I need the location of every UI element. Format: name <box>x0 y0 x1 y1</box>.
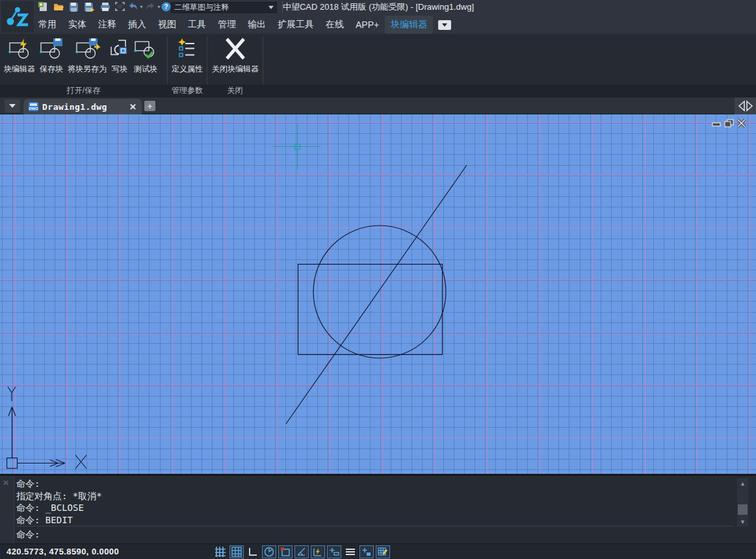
command-panel-gutter: ✕ <box>0 476 14 543</box>
overflow-arrow-icon <box>442 23 447 27</box>
ribbon-tab-1[interactable]: 实体 <box>62 16 92 34</box>
command-history-line: 命令: _BCLOSE <box>16 502 731 514</box>
ribbon-tab-11[interactable]: 块编辑器 <box>385 16 433 34</box>
workspace-dropdown-value: 二维草图与注释 <box>174 3 229 12</box>
ribbon-tab-6[interactable]: 管理 <box>212 16 242 34</box>
document-tab[interactable]: DWG Drawing1.dwg ✕ <box>23 99 142 114</box>
tab-scroll-arrows-icon <box>737 100 754 112</box>
ribbon-tab-overflow-button[interactable] <box>438 20 451 30</box>
scroll-up-icon[interactable]: ▲ <box>737 478 748 488</box>
command-history-line: 命令: <box>16 478 731 490</box>
command-close-icon[interactable]: ✕ <box>3 478 9 488</box>
close-block-editor-icon <box>208 35 263 62</box>
svg-text:?: ? <box>164 3 168 10</box>
drawing-canvas[interactable] <box>0 114 756 476</box>
viewport-window-controls[interactable] <box>712 120 745 127</box>
entity-circle[interactable] <box>313 226 446 358</box>
open-file-icon[interactable] <box>53 2 64 12</box>
ribbon-button-block-editor[interactable]: 块编辑器 <box>1 35 38 75</box>
document-tab-label: Drawing1.dwg <box>42 102 107 112</box>
ribbon-tab-5[interactable]: 工具 <box>182 16 212 34</box>
title-bar: ▼ ▼ ? 二维草图与注释 中望CAD 2018 试用版 (功能受限) - [D… <box>0 0 756 34</box>
command-history-line: 命令: BEDIT <box>16 514 731 526</box>
polar-toggle-icon[interactable] <box>262 545 276 558</box>
save-block-as-icon <box>65 35 109 62</box>
command-input[interactable]: 命令: <box>16 528 40 541</box>
grid-lines <box>0 114 756 474</box>
command-line-panel: ✕ 命令:指定对角点: *取消*命令: _BCLOSE命令: BEDIT 命令:… <box>0 476 756 543</box>
new-file-icon[interactable] <box>38 2 49 12</box>
save-icon[interactable] <box>69 2 80 12</box>
status-toggles <box>213 545 390 559</box>
scroll-thumb[interactable] <box>738 504 748 515</box>
ribbon-tab-2[interactable]: 注释 <box>92 16 122 34</box>
document-tab-bar: DWG Drawing1.dwg ✕ + <box>0 98 756 114</box>
ribbon-button-test-block[interactable]: 测试块 <box>130 35 161 75</box>
ribbon-tab-10[interactable]: APP+ <box>350 16 385 33</box>
ribbon-group-open-save: 打开/保存 <box>0 84 167 98</box>
ribbon-button-label: 保存块 <box>38 64 65 75</box>
ribbon-button-label: 将块另存为 <box>65 64 109 75</box>
ribbon-button-label: 写块 <box>109 64 130 75</box>
undo-icon[interactable] <box>127 2 138 12</box>
ribbon-button-save-block[interactable]: 保存块 <box>38 35 65 75</box>
save-as-icon[interactable] <box>84 2 95 12</box>
preview-icon[interactable] <box>115 2 126 12</box>
ribbon-button-label: 块编辑器 <box>1 64 38 75</box>
window-title: 中望CAD 2018 试用版 (功能受限) - [Drawing1.dwg] <box>232 0 525 14</box>
annotation-toggle-icon[interactable] <box>376 545 390 558</box>
print-icon[interactable] <box>100 2 111 12</box>
command-separator <box>15 526 733 526</box>
snap-toggle-icon[interactable] <box>213 545 228 558</box>
ribbon-button-label: 测试块 <box>130 64 161 75</box>
ribbon-tab-8[interactable]: 扩展工具 <box>272 16 320 34</box>
new-tab-button[interactable]: + <box>144 101 155 111</box>
block-editor-icon <box>1 35 38 62</box>
esnap-toggle-icon[interactable] <box>278 545 293 558</box>
scroll-down-icon[interactable]: ▼ <box>737 517 748 526</box>
test-block-icon <box>130 35 161 62</box>
write-block-icon <box>109 35 130 62</box>
dyn-input-toggle-icon[interactable] <box>359 545 374 558</box>
angle-snap-toggle-icon[interactable] <box>294 545 309 558</box>
ribbon-group-manage-params: 管理参数 <box>168 84 207 98</box>
ribbon-tab-3[interactable]: 插入 <box>122 16 152 34</box>
dropdown-arrow-icon <box>9 104 16 108</box>
ribbon-group-close: 关闭 <box>207 84 263 98</box>
tab-list-dropdown[interactable] <box>5 99 20 112</box>
ribbon-button-write-block[interactable]: 写块 <box>109 35 130 75</box>
ribbon-tab-bar: 常用实体注释插入视图工具管理输出扩展工具在线APP+块编辑器 <box>33 16 451 34</box>
viewport-minimize-icon[interactable] <box>712 123 720 126</box>
menu-icon[interactable] <box>343 545 358 558</box>
zwcad-window: ▼ ▼ ? 二维草图与注释 中望CAD 2018 试用版 (功能受限) - [D… <box>0 0 756 559</box>
ribbon-button-define-attribute[interactable]: 定义属性 <box>169 35 205 75</box>
ribbon-panel: 块编辑器 保存块 <box>0 34 756 98</box>
ribbon-button-label: 定义属性 <box>169 64 205 75</box>
undo-dropdown-icon[interactable]: ▼ <box>139 5 144 9</box>
otrack-toggle-icon[interactable] <box>311 545 325 558</box>
viewport-restore-icon[interactable] <box>725 120 733 127</box>
zwcad-logo-icon[interactable] <box>1 1 34 32</box>
ribbon-tab-0[interactable]: 常用 <box>33 16 62 34</box>
tab-close-icon[interactable]: ✕ <box>129 102 137 112</box>
command-history-line: 指定对角点: *取消* <box>16 490 731 502</box>
tab-scroll-buttons[interactable] <box>735 98 756 114</box>
lineweight-toggle-icon[interactable] <box>327 545 341 558</box>
save-block-icon <box>38 35 65 62</box>
ribbon-tab-7[interactable]: 输出 <box>242 16 272 34</box>
ortho-toggle-icon[interactable] <box>246 545 260 558</box>
ribbon-tab-4[interactable]: 视图 <box>152 16 182 34</box>
coordinates-display: 420.5773, 475.8590, 0.0000 <box>7 547 119 556</box>
ribbon-tab-9[interactable]: 在线 <box>320 16 350 34</box>
svg-text:DWG: DWG <box>29 107 38 110</box>
redo-icon[interactable] <box>145 2 156 12</box>
define-attribute-icon <box>169 35 205 62</box>
ribbon-button-save-block-as[interactable]: 将块另存为 <box>65 35 109 75</box>
ribbon-button-close-block-editor[interactable]: 关闭块编辑器 <box>208 35 263 75</box>
status-bar: 420.5773, 475.8590, 0.0000 <box>0 543 756 559</box>
ribbon-group-labels: 打开/保存 管理参数 关闭 <box>0 84 756 98</box>
command-history: 命令:指定对角点: *取消*命令: _BCLOSE命令: BEDIT <box>16 478 731 526</box>
command-scrollbar[interactable]: ▲ ▼ <box>737 478 748 526</box>
grid-toggle-icon[interactable] <box>229 545 244 558</box>
dwg-file-icon: DWG <box>29 102 38 111</box>
